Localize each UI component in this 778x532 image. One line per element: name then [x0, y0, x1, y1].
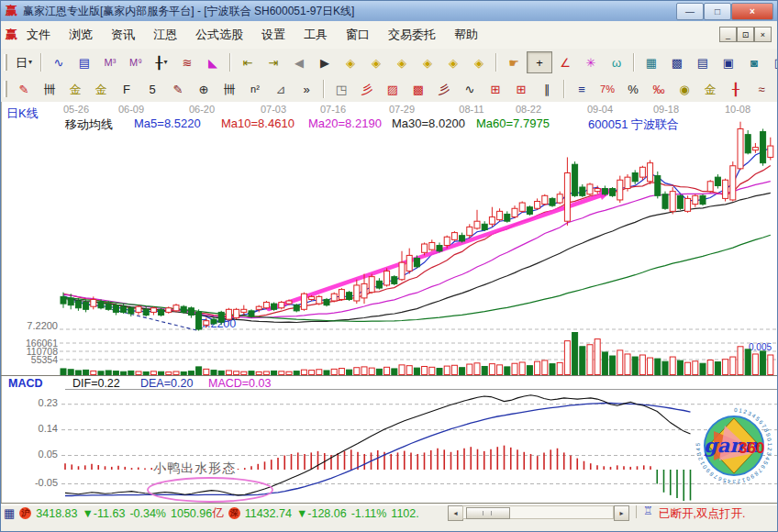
scrollbar-track[interactable] — [462, 505, 614, 519]
first-page-button[interactable]: ⇤ — [235, 51, 261, 73]
zigzag-tool-button[interactable]: ∿ — [457, 78, 483, 100]
menu-item-8[interactable]: 交易委托 — [379, 27, 445, 43]
gann-zoomin-diamond-button[interactable]: ◈ — [440, 51, 466, 73]
shenzhen-icon: 深 — [228, 507, 240, 519]
sh-change: ▼-11.63 — [82, 507, 125, 520]
next-bar-button[interactable]: ▶ — [312, 51, 338, 73]
scrollbar-thumb[interactable] — [466, 507, 510, 519]
sh-amount: 1050.96 — [171, 507, 212, 520]
capture-button[interactable]: ◙ — [741, 51, 767, 73]
menu-item-3[interactable]: 江恩 — [144, 27, 186, 43]
price-ruler-button[interactable]: ≡ — [569, 78, 595, 100]
calendar-button[interactable]: ▦ — [639, 51, 664, 73]
status-grid-icon[interactable]: ▦ — [4, 506, 15, 520]
mdi-restore-button[interactable]: ⊡ — [737, 27, 754, 42]
save-button[interactable]: ▣ — [716, 51, 741, 73]
gann-expand-diamond-button[interactable]: ◈ — [389, 51, 415, 73]
menu-item-1[interactable]: 浏览 — [60, 27, 102, 43]
chip-distribution-button[interactable]: ≋ — [174, 51, 200, 73]
gann-grid-tool-button[interactable]: ▩ — [406, 78, 431, 100]
gold-grid-tool-button[interactable]: 金 — [62, 78, 88, 100]
color-histogram-button[interactable]: ◣ — [200, 51, 226, 73]
candle-style-button[interactable]: ╂▾ — [149, 51, 174, 73]
fan2-tool-button[interactable]: 彡 — [431, 78, 457, 100]
mdi-minimize-button[interactable]: _ — [719, 27, 737, 42]
n2-grid-tool-button[interactable]: n² — [242, 78, 268, 100]
menu-item-9[interactable]: 帮助 — [445, 27, 487, 43]
red-grid2-tool-button[interactable]: ⊞ — [508, 78, 534, 100]
disconnected-text[interactable]: 已断开,双点打开. — [659, 506, 745, 522]
close-button[interactable]: × — [731, 3, 773, 20]
toolbar-separator — [40, 53, 42, 72]
brain-tool-button[interactable]: ω — [604, 51, 629, 73]
sh-index: 3418.83 — [36, 507, 77, 520]
angle-measure-button[interactable]: ⊿ — [268, 78, 294, 100]
menu-item-5[interactable]: 设置 — [252, 27, 295, 43]
menu-item-0[interactable]: 文件 — [17, 27, 60, 43]
minimize-button[interactable]: — — [676, 3, 704, 20]
prev-bar-button[interactable]: ◀ — [286, 51, 312, 73]
menu-items: 文件浏览资讯江恩公式选股设置工具窗口交易委托帮助 — [17, 27, 487, 43]
f-grid-tool-button[interactable]: F — [114, 78, 139, 100]
gann-fan-tool-button[interactable]: 彡 — [354, 78, 380, 100]
menu-item-6[interactable]: 工具 — [295, 27, 337, 43]
pen2-tool-button[interactable]: ✎ — [165, 78, 191, 100]
gold-grid2-tool-button[interactable]: 金 — [88, 78, 114, 100]
crosshair-button[interactable]: + — [527, 51, 552, 73]
permille-tool-button[interactable]: ‰ — [646, 78, 672, 100]
box-select-tool-button[interactable]: ◳ — [328, 78, 354, 100]
gann-left-diamond-button[interactable]: ◈ — [338, 51, 363, 73]
menu-item-2[interactable]: 资讯 — [102, 27, 144, 43]
sz-index: 11432.74 — [245, 507, 292, 520]
menu-item-4[interactable]: 公式选股 — [186, 27, 252, 43]
calculator-button[interactable]: ▩ — [664, 51, 690, 73]
kline-period-button[interactable]: 日▾ — [11, 51, 37, 73]
wave-tool-button[interactable]: ≈ — [749, 78, 774, 100]
parallel-lines-tool-button[interactable]: ∥ — [534, 78, 560, 100]
toolbar-main: 日▾∿▤M³M⁹╂▾≋◣⇤⇥◀▶◈◈◈◈◈◈☛+∠✳ω▦▩▤▣◙◨ — [1, 49, 778, 77]
title-bar[interactable]: 赢 赢家江恩专业版[赢家内部服务平台] - [宁波联合 SH600051-97日… — [1, 1, 778, 21]
minute3-kline-button[interactable]: M³ — [97, 51, 123, 73]
notes-button[interactable]: ▤ — [690, 51, 716, 73]
five-grid-tool-button[interactable]: 5 — [139, 78, 165, 100]
grid2-tool-button[interactable]: 卌 — [217, 78, 242, 100]
angle-line-button[interactable]: ∠ — [552, 51, 578, 73]
draw-pen-button[interactable]: ✎ — [11, 78, 37, 100]
toolbar-grip[interactable] — [4, 54, 7, 71]
gann-box-tool-button[interactable]: ▨ — [380, 78, 406, 100]
gold-lines-tool-button[interactable]: 金 — [697, 78, 723, 100]
gann-compress-diamond-button[interactable]: ◈ — [415, 51, 440, 73]
svg-text:360: 360 — [739, 439, 764, 457]
app-window: 赢 赢家江恩专业版[赢家内部服务平台] - [宁波联合 SH600051-97日… — [0, 0, 778, 532]
transfer-button[interactable]: ◨ — [767, 51, 778, 73]
info-f10-button[interactable]: ▤ — [72, 51, 97, 73]
toolbar-grip-2[interactable] — [4, 81, 7, 97]
macd-value: MACD=0.03 — [208, 377, 271, 390]
gold-lines2-tool-button[interactable]: 金 — [774, 78, 778, 100]
gann-right-diamond-button[interactable]: ◈ — [363, 51, 389, 73]
percent-tool-button[interactable]: % — [620, 78, 646, 100]
mdi-close-button[interactable]: × — [754, 27, 772, 42]
grid-tool-button[interactable]: 卌 — [37, 78, 62, 100]
connection-tower-icon[interactable]: ♖ — [643, 504, 653, 517]
more-tools-button[interactable]: » — [294, 78, 319, 100]
intraday-chart-button[interactable]: ∿ — [46, 51, 72, 73]
menu-item-7[interactable]: 窗口 — [337, 27, 379, 43]
window-title: 赢家江恩专业版[赢家内部服务平台] - [宁波联合 SH600051-97日K线… — [23, 4, 354, 19]
minute9-kline-button[interactable]: M⁹ — [123, 51, 149, 73]
last-page-button[interactable]: ⇥ — [261, 51, 286, 73]
hand-drag-button[interactable]: ☛ — [501, 51, 527, 73]
circle-grid-tool-button[interactable]: ⊕ — [191, 78, 217, 100]
red-grid-tool-button[interactable]: ⊞ — [483, 78, 508, 100]
macd-pane-title: MACD — [8, 377, 43, 390]
flower-tool-button[interactable]: ✳ — [578, 51, 604, 73]
scroll-left-button[interactable]: ◂ — [448, 505, 463, 521]
maximize-button[interactable]: □ — [704, 3, 731, 20]
gold-circle-tool-button[interactable]: ◉ — [672, 78, 697, 100]
sz-change: ▼-128.06 — [296, 507, 347, 520]
pane-divider-1[interactable] — [1, 375, 778, 376]
gann-zoomout-diamond-button[interactable]: ◈ — [466, 51, 492, 73]
candle-pen-tool-button[interactable]: ╂ — [723, 78, 749, 100]
scroll-right-button[interactable]: ▸ — [614, 505, 629, 521]
percent7-tool-button[interactable]: 7% — [595, 78, 620, 100]
